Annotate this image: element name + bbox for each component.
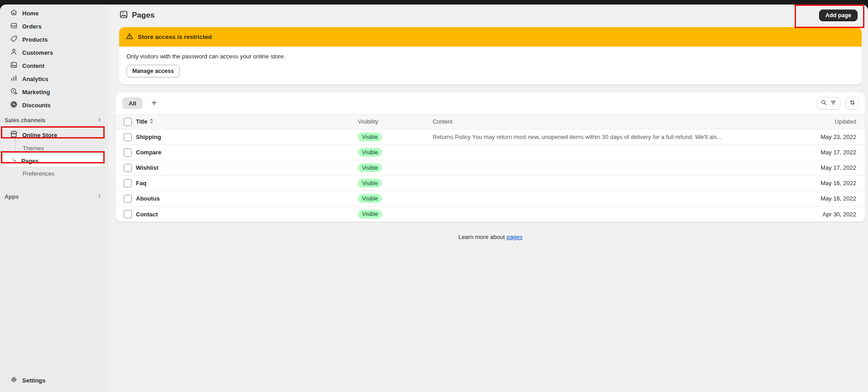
table-row[interactable]: Compare Visible May 17, 2022	[116, 145, 865, 160]
updated-cell: Apr 30, 2022	[784, 211, 856, 218]
sidebar-item-label: Content	[22, 62, 44, 69]
person-icon	[10, 48, 18, 57]
row-checkbox[interactable]	[124, 148, 132, 157]
apps-label: Apps	[5, 194, 19, 200]
sidebar-item-online-store[interactable]: Online Store	[5, 129, 104, 141]
visibility-badge: Visible	[358, 133, 382, 141]
add-page-button[interactable]: Add page	[819, 10, 858, 21]
tabs-row: All	[116, 92, 865, 114]
page-title-cell[interactable]: Contact	[136, 211, 358, 218]
column-header-updated[interactable]: Updated	[784, 119, 856, 125]
updated-cell: May 16, 2022	[784, 195, 856, 202]
sidebar-item-content[interactable]: Content	[5, 59, 104, 72]
settings-label: Settings	[22, 377, 45, 384]
page-title-cell[interactable]: Faq	[136, 180, 358, 186]
updated-cell: May 16, 2022	[784, 180, 856, 186]
sidebar-item-label: Home	[22, 10, 39, 17]
banner-header: Store access is restricted	[119, 27, 862, 47]
page-title-cell[interactable]: Wishlist	[136, 164, 358, 171]
content-cell: Returns Policy You may return most new, …	[433, 134, 784, 140]
column-header-title[interactable]: Title	[136, 118, 358, 125]
row-checkbox[interactable]	[124, 210, 132, 218]
sidebar-item-label: Analytics	[22, 76, 48, 82]
warning-icon	[125, 32, 134, 42]
sidebar-item-orders[interactable]: Orders	[5, 20, 104, 33]
home-icon	[10, 9, 18, 18]
footer-text: Learn more about	[458, 234, 505, 240]
table-header-row: Title Visibility Content Updated	[116, 114, 865, 129]
preferences-label: Preferences	[23, 170, 54, 177]
online-store-label: Online Store	[22, 132, 57, 139]
gear-icon	[10, 376, 18, 385]
title-header-label: Title	[136, 119, 147, 125]
add-view-button[interactable]	[148, 97, 160, 109]
sidebar-item-discounts[interactable]: % Discounts	[5, 99, 104, 111]
table-row[interactable]: Wishlist Visible May 17, 2022	[116, 160, 865, 176]
main-content: Pages Add page Store access is restricte…	[109, 5, 868, 392]
sidebar-item-customers[interactable]: Customers	[5, 46, 104, 59]
search-icon	[820, 99, 827, 107]
sales-channels-header[interactable]: Sales channels	[0, 115, 109, 126]
orders-icon	[10, 22, 18, 31]
updated-cell: May 17, 2022	[784, 164, 856, 171]
store-access-banner: Store access is restricted Only visitors…	[119, 27, 862, 85]
table-row[interactable]: Shipping Visible Returns Policy You may …	[116, 129, 865, 145]
page-title-cell[interactable]: Compare	[136, 149, 358, 156]
filter-icon	[830, 99, 837, 107]
sidebar-item-label: Discounts	[22, 102, 51, 109]
settings-container: Settings	[0, 374, 109, 387]
select-all-checkbox[interactable]	[124, 118, 132, 126]
sort-button[interactable]	[846, 97, 858, 110]
sidebar-item-marketing[interactable]: Marketing	[5, 86, 104, 98]
top-bar	[0, 0, 868, 5]
tree-connector-line	[15, 139, 15, 154]
sidebar-item-home[interactable]: Home	[5, 7, 104, 19]
sidebar-item-label: Marketing	[22, 89, 50, 96]
row-checkbox[interactable]	[124, 195, 132, 203]
pages-learn-more-link[interactable]: pages	[506, 234, 522, 240]
page-header: Pages	[119, 9, 154, 22]
bar-chart-icon	[10, 74, 18, 83]
row-checkbox[interactable]	[124, 164, 132, 172]
target-icon	[10, 87, 18, 96]
manage-access-button[interactable]: Manage access	[126, 65, 180, 77]
table-row[interactable]: Faq Visible May 16, 2022	[116, 176, 865, 191]
banner-text: Only visitors with the password can acce…	[126, 53, 854, 60]
sidebar-item-products[interactable]: Products	[5, 33, 104, 46]
row-checkbox[interactable]	[124, 179, 132, 187]
page-title-cell[interactable]: Shipping	[136, 134, 358, 140]
footer-note: Learn more about pages	[116, 234, 865, 240]
sales-channels-label: Sales channels	[5, 117, 45, 124]
tab-all[interactable]: All	[122, 97, 143, 109]
search-filter-button[interactable]	[817, 97, 840, 110]
table-row[interactable]: Contact Visible Apr 30, 2022	[116, 206, 865, 222]
column-header-content[interactable]: Content	[433, 119, 784, 125]
page-icon	[119, 10, 128, 21]
visibility-badge: Visible	[358, 163, 382, 172]
chevron-right-icon	[96, 193, 102, 201]
sidebar: Home Orders Products Customers Content	[0, 5, 109, 392]
chevron-right-icon	[96, 117, 102, 124]
sidebar-item-themes[interactable]: Themes	[4, 142, 103, 154]
plus-icon	[150, 99, 158, 108]
storefront-icon	[10, 130, 18, 139]
row-checkbox[interactable]	[124, 133, 132, 141]
updated-cell: May 23, 2022	[784, 134, 856, 140]
sidebar-item-pages[interactable]: Pages	[4, 154, 103, 167]
sort-caret-icon	[149, 118, 154, 125]
banner-title: Store access is restricted	[138, 33, 212, 40]
visibility-badge: Visible	[358, 210, 382, 219]
sidebar-item-analytics[interactable]: Analytics	[5, 72, 104, 85]
pages-table-card: All Title	[116, 92, 865, 222]
apps-header[interactable]: Apps	[0, 191, 109, 202]
sort-arrows-icon	[849, 99, 856, 107]
admin-app: Home Orders Products Customers Content	[0, 5, 868, 392]
table-row[interactable]: Aboutus Visible May 16, 2022	[116, 191, 865, 206]
sidebar-item-settings[interactable]: Settings	[5, 374, 104, 387]
svg-text:%: %	[12, 102, 15, 106]
sidebar-item-preferences[interactable]: Preferences	[4, 167, 103, 180]
page-title-cell[interactable]: Aboutus	[136, 195, 358, 202]
column-header-visibility[interactable]: Visibility	[358, 119, 433, 125]
visibility-badge: Visible	[358, 148, 382, 157]
themes-label: Themes	[23, 145, 44, 152]
